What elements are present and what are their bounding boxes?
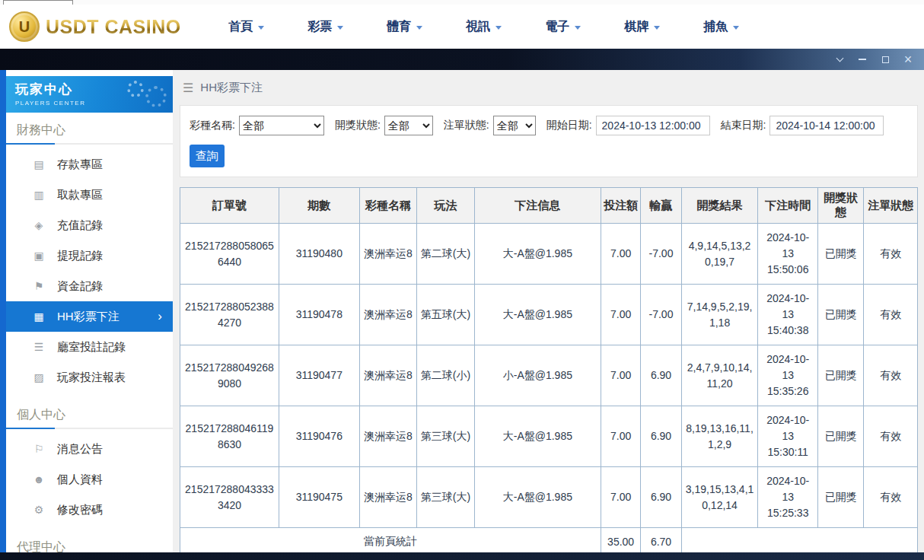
main-content: ☰ HH彩票下注 彩種名稱: 全部 開獎狀態: 全部 注單狀態: 全部 開始日期…: [173, 70, 924, 552]
window-chevron-button[interactable]: [828, 49, 851, 70]
password-icon: ⚙: [32, 504, 46, 516]
section-agent-center-label: 代理中心: [6, 530, 173, 552]
window-left-edge: [0, 70, 6, 552]
sidebar-item-recharge-record[interactable]: ◈充值記錄: [6, 210, 173, 240]
chevron-down-icon: [258, 26, 264, 30]
cell-play-type: 第三球(大): [417, 467, 475, 528]
window-close-button[interactable]: ×: [897, 49, 919, 70]
lottery-type-select[interactable]: 全部: [239, 116, 324, 135]
sidebar-item-label: 消息公告: [57, 442, 103, 457]
cell-bet-amount: 7.00: [601, 224, 640, 285]
cell-draw-status: 已開獎: [817, 285, 863, 345]
sidebar-item-label: 充值記錄: [57, 218, 103, 233]
table-header-row: 訂單號 期數 彩種名稱 玩法 下注信息 投注額 輸贏 開獎結果 下注時間 開獎狀…: [180, 188, 918, 224]
deposit-icon: ▤: [32, 158, 46, 170]
cell-order-status: 有效: [864, 467, 918, 528]
section-personal-center-label: 個人中心: [6, 397, 173, 428]
column-header-draw-status: 開獎狀態: [817, 188, 863, 224]
sidebar-item-label: 資金記錄: [57, 279, 103, 294]
hamburger-icon[interactable]: ☰: [183, 81, 193, 95]
column-header-draw-result: 開獎結果: [681, 188, 758, 224]
start-date-label: 開始日期:: [546, 119, 592, 132]
sidebar-item-deposit[interactable]: ▤存款專區: [6, 149, 173, 180]
sidebar-item-hall-bet-records[interactable]: ☰廳室投註記錄: [6, 332, 173, 362]
brand-coin-icon: U: [9, 11, 40, 42]
bet-report-icon: ▨: [32, 371, 46, 383]
draw-status-select[interactable]: 全部: [384, 116, 433, 135]
sidebar-item-change-password[interactable]: ⚙修改密碼: [6, 495, 173, 525]
sidebar-item-announcements[interactable]: ⚐消息公告: [6, 434, 173, 464]
section-underline: [6, 428, 173, 429]
nav-item-chess[interactable]: 棋牌: [603, 19, 682, 35]
cell-bet-time: 2024-10-13 15:30:11: [758, 406, 818, 467]
end-date-label: 結束日期:: [721, 119, 766, 132]
cell-period: 31190480: [279, 224, 359, 285]
nav-label: 捕魚: [703, 19, 728, 35]
cell-bet-time: 2024-10-13 15:50:06: [758, 224, 818, 285]
column-header-lottery-name: 彩種名稱: [359, 188, 417, 224]
nav-item-lottery[interactable]: 彩票: [286, 19, 365, 35]
chevron-down-icon: [733, 26, 739, 30]
nav-item-sports[interactable]: 體育: [365, 19, 444, 35]
window-minimize-button[interactable]: [851, 49, 874, 70]
end-date-input[interactable]: [769, 116, 884, 135]
sidebar-item-label: 玩家投注報表: [57, 371, 126, 385]
column-header-bet-amount: 投注額: [601, 188, 640, 224]
cell-order-no: 2152172880461198630: [180, 406, 279, 467]
sidebar-item-label: HH彩票下注: [57, 310, 119, 324]
page: U USDT CASINO 首頁 彩票 體育 視訊 電子 棋牌 捕魚 × 玩家中…: [0, 0, 924, 560]
cell-bet-time: 2024-10-13 15:35:26: [758, 345, 818, 406]
column-header-bet-time: 下注時間: [758, 188, 818, 224]
cell-play-type: 第二球(小): [417, 345, 475, 406]
nav-label: 視訊: [466, 19, 490, 35]
sidebar-item-withdraw[interactable]: ▥取款專區: [6, 180, 173, 210]
window-maximize-button[interactable]: [874, 49, 897, 70]
cell-order-status: 有效: [864, 406, 918, 467]
draw-status-label: 開獎狀態:: [335, 119, 381, 132]
top-navigation: U USDT CASINO 首頁 彩票 體育 視訊 電子 棋牌 捕魚: [0, 5, 924, 49]
cell-win-loss: -7.00: [641, 224, 681, 285]
poker-chip-icon: [127, 81, 144, 97]
nav-item-live-video[interactable]: 視訊: [444, 19, 524, 35]
nav-item-fishing[interactable]: 捕魚: [682, 19, 761, 35]
brand-logo[interactable]: U USDT CASINO: [9, 11, 181, 42]
column-header-bet-info: 下注信息: [474, 188, 601, 224]
cell-order-no: 2152172880580656440: [180, 224, 279, 285]
sidebar-item-withdrawal-record[interactable]: ▣提現記錄: [6, 240, 173, 271]
page-summary-win-total: 6.70: [641, 528, 681, 553]
query-button[interactable]: 查詢: [190, 145, 225, 167]
nav-item-home[interactable]: 首頁: [207, 19, 286, 35]
cell-lottery-name: 澳洲幸运8: [359, 224, 417, 285]
section-personal: 個人中心 ⚐消息公告 ☻個人資料 ⚙修改密碼: [6, 397, 173, 530]
table-row: 2152172880433333420 31190475 澳洲幸运8 第三球(大…: [180, 467, 918, 528]
sidebar-item-funds-record[interactable]: ⚑資金記錄: [6, 271, 173, 301]
chevron-down-icon: [575, 26, 581, 30]
cell-bet-amount: 7.00: [601, 406, 640, 467]
cell-bet-amount: 7.00: [601, 285, 640, 345]
cell-order-status: 有效: [864, 285, 918, 345]
sidebar-item-bet-report[interactable]: ▨玩家投注報表: [6, 362, 173, 393]
cell-draw-status: 已開獎: [817, 406, 863, 467]
order-status-select[interactable]: 全部: [493, 116, 536, 135]
window-titlebar: ×: [0, 49, 924, 70]
sidebar-item-label: 修改密碼: [57, 503, 103, 517]
app-body: 玩家中心 PLAYERS CENTER 財務中心 ▤存款專區 ▥取款專區 ◈充值…: [6, 70, 924, 552]
window-controls: ×: [828, 49, 919, 70]
cell-win-loss: 6.90: [641, 406, 681, 467]
nav-label: 電子: [545, 19, 569, 35]
brand-name: USDT CASINO: [46, 16, 181, 38]
cell-draw-status: 已開獎: [817, 224, 863, 285]
column-header-order-status: 注單狀態: [864, 188, 918, 224]
cell-bet-info: 大-A盤@1.985: [474, 467, 601, 528]
cell-period: 31190478: [279, 285, 359, 345]
personal-menu-list: ⚐消息公告 ☻個人資料 ⚙修改密碼: [6, 429, 173, 530]
cell-order-no: 2152172880523884270: [180, 285, 279, 345]
cell-order-no: 2152172880492689080: [180, 345, 279, 406]
maximize-icon: [882, 56, 889, 63]
cell-draw-result: 7,14,9,5,2,19,1,18: [681, 285, 758, 345]
nav-item-electronic[interactable]: 電子: [524, 19, 603, 35]
start-date-input[interactable]: [596, 116, 710, 135]
sidebar-item-hh-lottery-bets[interactable]: ▦HH彩票下注›: [6, 301, 173, 332]
sidebar-item-profile[interactable]: ☻個人資料: [6, 464, 173, 495]
chevron-right-icon: ›: [158, 309, 162, 324]
